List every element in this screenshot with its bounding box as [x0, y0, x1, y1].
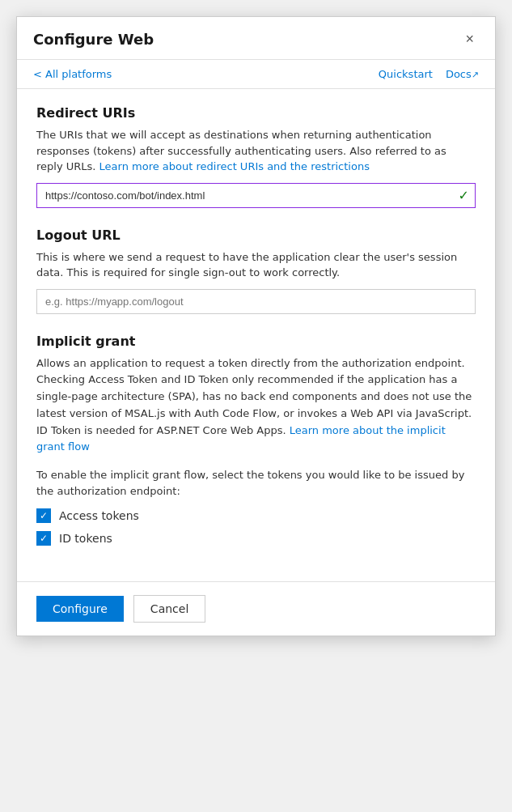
logout-url-title: Logout URL — [36, 227, 476, 243]
modal-container: Configure Web × < All platforms Quicksta… — [16, 16, 496, 636]
modal-overlay: Configure Web × < All platforms Quicksta… — [0, 0, 512, 812]
input-valid-icon: ✓ — [459, 188, 469, 203]
all-platforms-link[interactable]: < All platforms — [33, 68, 112, 80]
id-tokens-check-icon: ✓ — [40, 533, 48, 544]
modal-header: Configure Web × — [17, 17, 495, 60]
redirect-uris-section: Redirect URIs The URIs that we will acce… — [36, 105, 476, 208]
nav-bar: < All platforms Quickstart Docs↗ — [17, 60, 495, 89]
access-tokens-checkbox[interactable]: ✓ — [36, 508, 51, 523]
token-select-desc: To enable the implicit grant flow, selec… — [36, 467, 476, 499]
id-tokens-label: ID tokens — [59, 532, 112, 545]
logout-url-desc: This is where we send a request to have … — [36, 249, 476, 281]
redirect-uris-desc: The URIs that we will accept as destinat… — [36, 127, 476, 175]
implicit-grant-title: Implicit grant — [36, 334, 476, 349]
close-button[interactable]: × — [460, 30, 479, 48]
redirect-uris-learn-more[interactable]: Learn more about redirect URIs and the r… — [99, 160, 370, 172]
access-tokens-checkbox-item: ✓ Access tokens — [36, 508, 476, 523]
access-tokens-check-icon: ✓ — [40, 510, 48, 521]
external-link-icon: ↗ — [472, 70, 479, 80]
id-tokens-checkbox[interactable]: ✓ — [36, 531, 51, 546]
access-tokens-label: Access tokens — [59, 509, 139, 522]
logout-url-input[interactable] — [36, 289, 476, 314]
modal-body: Redirect URIs The URIs that we will acce… — [17, 89, 495, 581]
docs-link[interactable]: Docs↗ — [446, 68, 479, 80]
logout-url-section: Logout URL This is where we send a reque… — [36, 227, 476, 314]
quickstart-link[interactable]: Quickstart — [379, 68, 433, 80]
modal-title: Configure Web — [33, 31, 154, 48]
modal-footer: Configure Cancel — [17, 581, 495, 636]
implicit-grant-section: Implicit grant Allows an application to … — [36, 334, 476, 546]
cancel-button[interactable]: Cancel — [133, 595, 205, 623]
implicit-grant-desc: Allows an application to request a token… — [36, 355, 476, 457]
redirect-uris-title: Redirect URIs — [36, 105, 476, 121]
redirect-uri-input[interactable] — [36, 183, 476, 208]
redirect-uri-input-wrapper: ✓ — [36, 183, 476, 208]
nav-links: Quickstart Docs↗ — [379, 68, 479, 80]
configure-button[interactable]: Configure — [36, 596, 124, 622]
id-tokens-checkbox-item: ✓ ID tokens — [36, 531, 476, 546]
